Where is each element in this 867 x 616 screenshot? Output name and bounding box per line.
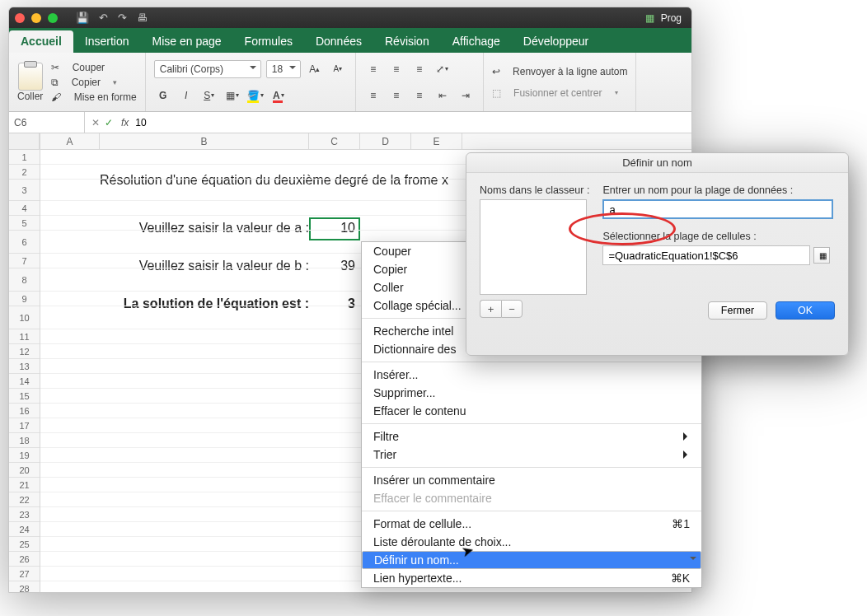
close-button[interactable]: Fermer: [708, 301, 767, 320]
cell-c8[interactable]: 39: [309, 259, 355, 273]
row-header[interactable]: 8: [9, 268, 40, 292]
tab-miseenpage[interactable]: Mise en page: [141, 30, 233, 53]
zoom-window-button[interactable]: [48, 13, 58, 23]
align-center-button[interactable]: ≡: [387, 86, 405, 105]
merge-icon[interactable]: ⬚: [492, 87, 501, 99]
row-header[interactable]: 3: [9, 180, 40, 201]
undo-icon[interactable]: ↶: [99, 12, 108, 24]
fill-color-button[interactable]: 🪣▾: [246, 86, 265, 105]
row-header[interactable]: 20: [9, 463, 40, 478]
col-header-a[interactable]: A: [40, 133, 100, 149]
ctx-sort[interactable]: Trier: [362, 446, 701, 464]
name-box[interactable]: C6: [9, 112, 85, 133]
paste-icon[interactable]: [18, 63, 43, 91]
align-middle-button[interactable]: ≡: [387, 60, 405, 78]
row-header[interactable]: 9: [9, 292, 40, 306]
ctx-format-cell[interactable]: Format de cellule...⌘1: [362, 515, 701, 533]
redo-icon[interactable]: ↷: [118, 12, 127, 24]
cell-c10[interactable]: 3: [309, 296, 355, 311]
row-header[interactable]: 13: [9, 359, 40, 374]
range-input[interactable]: [602, 245, 810, 265]
row-header[interactable]: 25: [9, 537, 40, 552]
cancel-formula-icon[interactable]: ✕: [91, 117, 100, 128]
paste-button[interactable]: Coller: [17, 91, 43, 102]
row-header[interactable]: 14: [9, 374, 40, 389]
close-window-button[interactable]: [15, 13, 25, 23]
scissors-icon[interactable]: ✂︎: [51, 62, 59, 73]
copy-icon[interactable]: ⧉: [51, 77, 59, 88]
print-icon[interactable]: 🖶: [137, 12, 148, 24]
ok-button[interactable]: OK: [776, 301, 835, 320]
borders-button[interactable]: ▦▾: [223, 86, 241, 105]
font-color-button[interactable]: A▾: [269, 86, 288, 105]
row-header[interactable]: 22: [9, 492, 40, 507]
cut-button[interactable]: Couper: [73, 62, 105, 73]
row-header[interactable]: 6: [9, 231, 40, 254]
row-header[interactable]: 17: [9, 418, 40, 433]
row-header[interactable]: 1: [9, 150, 40, 165]
col-header-e[interactable]: E: [411, 133, 462, 149]
col-header-c[interactable]: C: [309, 133, 360, 149]
decrease-indent-button[interactable]: ⇤: [434, 86, 452, 105]
ctx-filter[interactable]: Filtre: [362, 427, 701, 446]
font-name-select[interactable]: Calibri (Corps): [154, 60, 261, 78]
cell-b8[interactable]: Veuillez saisir la valeur de b :: [100, 259, 309, 273]
row-header[interactable]: 4: [9, 201, 40, 216]
align-left-button[interactable]: ≡: [364, 86, 382, 105]
row-header[interactable]: 27: [9, 567, 40, 581]
tab-accueil[interactable]: Accueil: [9, 30, 73, 53]
align-top-button[interactable]: ≡: [364, 60, 382, 78]
row-header[interactable]: 11: [9, 329, 40, 344]
cell-b10[interactable]: La solution de l'équation est :: [100, 296, 309, 311]
underline-button[interactable]: S▾: [200, 86, 218, 105]
row-header[interactable]: 12: [9, 344, 40, 359]
italic-button[interactable]: I: [177, 86, 195, 105]
shrink-font-button[interactable]: A▾: [329, 60, 347, 78]
cell-b6[interactable]: Veuillez saisir la valeur de a :: [100, 221, 309, 236]
tab-donnees[interactable]: Données: [304, 30, 373, 53]
tab-insertion[interactable]: Insertion: [73, 30, 141, 53]
col-header-b[interactable]: B: [100, 133, 309, 149]
tab-affichage[interactable]: Affichage: [441, 30, 512, 53]
copy-button[interactable]: Copier: [72, 77, 101, 88]
align-bottom-button[interactable]: ≡: [410, 60, 429, 78]
row-header[interactable]: 23: [9, 507, 40, 522]
add-name-button[interactable]: +: [480, 300, 501, 318]
wrap-text-icon[interactable]: ↩︎: [492, 66, 500, 77]
save-icon[interactable]: 💾: [76, 12, 89, 24]
fx-icon[interactable]: fx: [121, 117, 129, 128]
format-painter-button[interactable]: Mise en forme: [74, 91, 137, 103]
cell-b3[interactable]: Résolution d'une équation du deuxième de…: [100, 173, 462, 188]
orientation-button[interactable]: ⤢▾: [434, 60, 452, 78]
name-input[interactable]: [602, 199, 833, 219]
row-header[interactable]: 24: [9, 522, 40, 537]
row-header[interactable]: 21: [9, 478, 40, 492]
ctx-clear[interactable]: Effacer le contenu: [362, 402, 701, 420]
range-picker-button[interactable]: ▦: [813, 247, 830, 264]
row-header[interactable]: 16: [9, 404, 40, 418]
select-all-corner[interactable]: [9, 133, 40, 149]
row-header[interactable]: 18: [9, 433, 40, 448]
ctx-hyperlink[interactable]: Lien hypertexte...⌘K: [362, 569, 701, 587]
row-header[interactable]: 19: [9, 448, 40, 463]
tab-formules[interactable]: Formules: [233, 30, 304, 53]
ctx-insert[interactable]: Insérer...: [362, 366, 701, 384]
wrap-text-button[interactable]: Renvoyer à la ligne autom: [513, 66, 627, 77]
names-listbox[interactable]: [480, 199, 587, 295]
align-right-button[interactable]: ≡: [410, 86, 429, 105]
row-header[interactable]: 2: [9, 165, 40, 180]
merge-button[interactable]: Fusionner et centrer: [513, 87, 602, 99]
row-header[interactable]: 5: [9, 216, 40, 231]
remove-name-button[interactable]: −: [501, 300, 523, 318]
row-header[interactable]: 7: [9, 254, 40, 268]
tab-developpeur[interactable]: Développeur: [512, 30, 600, 53]
ctx-add-comment[interactable]: Insérer un commentaire: [362, 471, 701, 489]
ctx-dropdown-list[interactable]: Liste déroulante de choix...: [362, 533, 701, 551]
tab-revision[interactable]: Révision: [373, 30, 441, 53]
enter-formula-icon[interactable]: ✓: [105, 117, 113, 128]
grow-font-button[interactable]: A▴: [306, 60, 324, 78]
formula-input[interactable]: 10: [132, 117, 149, 128]
font-size-select[interactable]: 18: [266, 60, 301, 78]
minimize-window-button[interactable]: [31, 13, 41, 23]
row-header[interactable]: 28: [9, 581, 40, 592]
